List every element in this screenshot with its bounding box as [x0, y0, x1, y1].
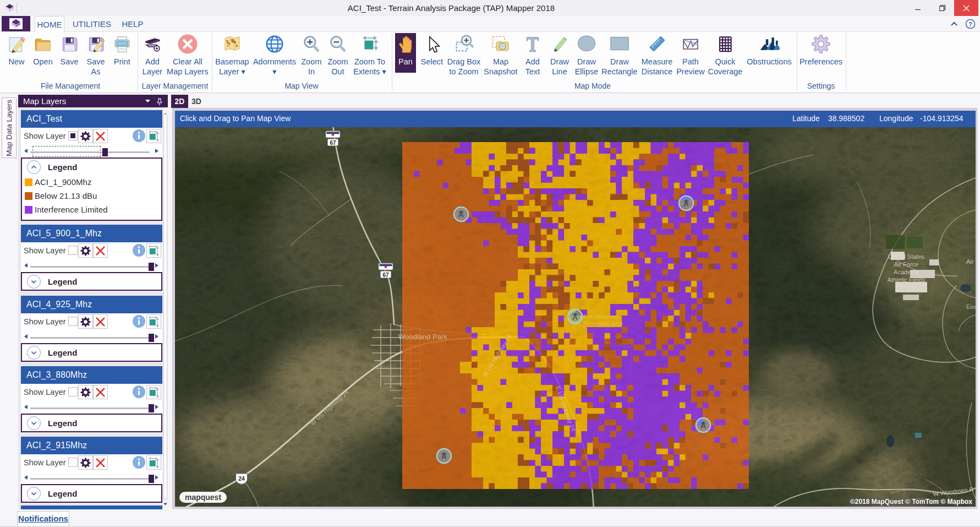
svg-text:Academy: Academy: [894, 269, 919, 275]
svg-text:Athletic Fields: Athletic Fields: [888, 276, 926, 283]
svg-text:Eiser: Eiser: [966, 304, 976, 310]
svg-text:F. A. Memorial: F. A. Memorial: [583, 314, 618, 320]
svg-text:©2018 MapQuest © TomTom © Mapb: ©2018 MapQuest © TomTom © Mapbox: [850, 498, 972, 506]
svg-text:Recreation Area: Recreation Area: [583, 320, 623, 327]
svg-text:Woodland Park: Woodland Park: [398, 333, 447, 341]
svg-text:67: 67: [330, 140, 336, 146]
svg-text:?: ?: [968, 21, 972, 28]
svg-text:Air Force: Air Force: [894, 261, 919, 268]
svg-text:Air: Air: [966, 258, 974, 265]
svg-text:67: 67: [382, 272, 389, 278]
svg-text:United States: United States: [888, 253, 925, 260]
svg-text:mapquest: mapquest: [185, 493, 221, 502]
svg-text:24: 24: [238, 475, 245, 482]
